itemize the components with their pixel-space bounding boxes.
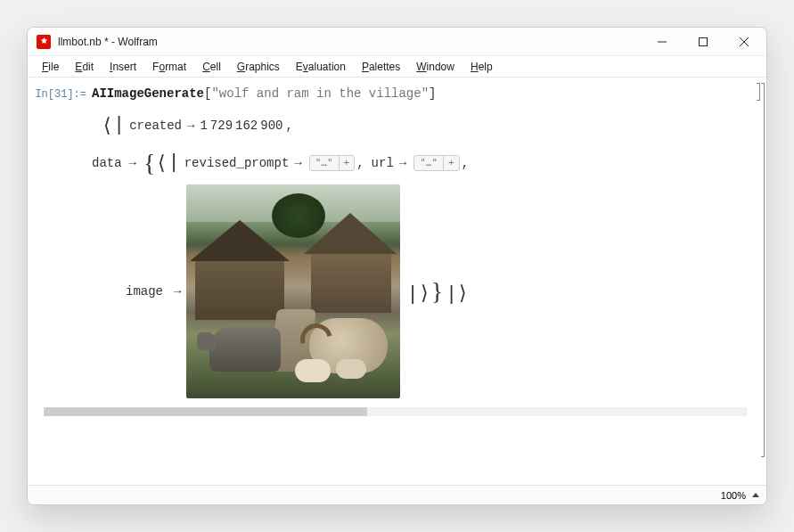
url-key: url (372, 151, 394, 176)
window-title: llmbot.nb * - Wolfram (58, 36, 158, 48)
menu-file[interactable]: File (35, 59, 66, 75)
arrow-icon: → (124, 151, 142, 176)
menu-help[interactable]: Help (463, 59, 500, 75)
input-label: In[31]:= (31, 86, 86, 101)
menu-cell[interactable]: Cell (195, 59, 228, 75)
menu-insert[interactable]: Insert (102, 59, 143, 75)
comma: , (285, 113, 292, 138)
data-key: data (92, 151, 124, 176)
revised-prompt-key: revised_prompt (184, 151, 290, 176)
statusbar: 100% (28, 485, 766, 504)
arrow-icon: → (394, 151, 412, 176)
menu-evaluation[interactable]: Evaluation (289, 59, 353, 75)
scrollbar-thumb[interactable] (44, 407, 367, 416)
elision-button-url[interactable]: "…" + (413, 155, 459, 171)
minimize-button[interactable] (642, 28, 683, 56)
menu-palettes[interactable]: Palettes (355, 59, 407, 75)
titlebar: llmbot.nb * - Wolfram (28, 28, 766, 56)
app-icon (37, 35, 51, 49)
assoc-open-icon: ⟨ (157, 151, 167, 176)
window-controls (642, 28, 765, 56)
menu-graphics[interactable]: Graphics (230, 59, 287, 75)
cell-bracket[interactable] (756, 83, 765, 457)
assoc-open-icon: ⟨ (102, 113, 112, 138)
input-cell: In[31]:= AIImageGenerate["wolf and ram i… (31, 83, 757, 104)
arrow-icon: → (182, 113, 200, 138)
close-button[interactable] (724, 28, 765, 56)
menu-window[interactable]: Window (409, 59, 462, 75)
app-window: llmbot.nb * - Wolfram File Edit Insert F… (27, 27, 767, 505)
comma: , (462, 151, 469, 176)
closing-delimiters: |⟩}|⟩ (405, 277, 468, 306)
arrow-icon: → (168, 284, 186, 299)
plus-icon: + (340, 155, 355, 171)
zoom-level[interactable]: 100% (721, 490, 746, 501)
plus-icon: + (444, 155, 459, 171)
elision-button-revised-prompt[interactable]: "…" + (309, 155, 355, 171)
assoc-pipe-open: | (112, 113, 126, 138)
zoom-caret-icon[interactable] (752, 493, 759, 497)
menubar: File Edit Insert Format Cell Graphics Ev… (28, 56, 766, 78)
created-value: 1729162900 (200, 113, 285, 138)
list-open-icon: { (142, 151, 157, 176)
created-key: created (129, 113, 182, 138)
close-square-bracket: ] (429, 86, 436, 101)
string-argument: "wolf and ram in the village" (211, 86, 429, 101)
menu-format[interactable]: Format (145, 59, 193, 75)
output-cell: ⟨ | created → 1729162900 , data → { ⟨ | … (31, 113, 757, 398)
horizontal-scrollbar[interactable] (44, 407, 747, 416)
arrow-icon: → (289, 151, 307, 176)
notebook-area[interactable]: In[31]:= AIImageGenerate["wolf and ram i… (28, 78, 766, 485)
maximize-button[interactable] (683, 28, 724, 56)
comma: , (356, 151, 364, 176)
svg-rect-0 (700, 37, 708, 45)
menu-edit[interactable]: Edit (68, 59, 101, 75)
function-name: AIImageGenerate (92, 86, 204, 101)
assoc-pipe-open: | (167, 151, 180, 176)
generated-image[interactable] (186, 184, 400, 398)
image-key: image (126, 284, 163, 299)
